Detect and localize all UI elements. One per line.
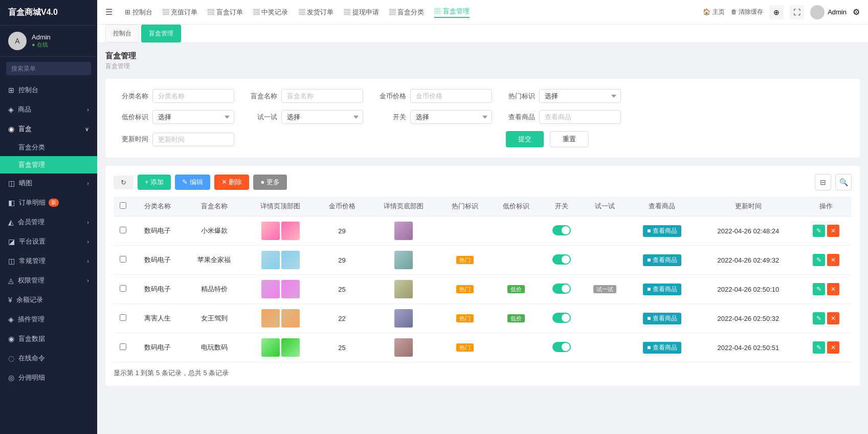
filter-box-name-label: 盲盒名称 <box>247 92 277 101</box>
topbar-home-link[interactable]: 🏠 主页 <box>703 8 724 16</box>
topbar-nav-dashboard[interactable]: ⊞ 控制台 <box>125 8 152 17</box>
td-try: 试一试 <box>582 275 628 304</box>
topbar-nav-winning[interactable]: ▤ 中奖记录 <box>253 8 288 17</box>
filter-try-select[interactable]: 选择 是 否 <box>281 110 363 124</box>
tabs-bar: 控制台 盲盒管理 <box>97 25 868 43</box>
row-checkbox[interactable] <box>120 256 126 263</box>
edit-row-button[interactable]: ✎ <box>813 283 825 295</box>
topbar-avatar <box>810 5 825 19</box>
filter-category-input[interactable] <box>152 89 234 103</box>
topbar-nav-box-manage[interactable]: ▤ 盲盒管理 <box>434 7 470 18</box>
row-checkbox[interactable] <box>120 285 126 292</box>
delete-row-button[interactable]: ✕ <box>827 312 839 324</box>
switch-toggle[interactable] <box>552 225 571 235</box>
filter-gold-input[interactable] <box>410 89 492 103</box>
topbar-admin[interactable]: Admin <box>810 5 847 19</box>
topbar-fullscreen-icon[interactable]: ⛶ <box>790 5 804 19</box>
row-checkbox[interactable] <box>120 343 126 350</box>
filter-hot: 热门标识 选择 是 否 <box>504 89 621 103</box>
topbar-nav-box-order[interactable]: ▤ 盲盒订单 <box>208 8 243 17</box>
sidebar-item-general[interactable]: ◫ 常规管理 › <box>0 251 97 271</box>
sidebar-item-commission[interactable]: ◎ 分佣明细 <box>0 368 97 387</box>
td-actions: ✎ ✕ <box>800 333 852 362</box>
filter-submit-button[interactable]: 提交 <box>506 131 544 147</box>
topbar-copy-icon[interactable]: ⊕ <box>769 5 784 19</box>
add-button[interactable]: + 添加 <box>138 175 171 190</box>
search-icon[interactable]: 🔍 <box>835 174 852 190</box>
edit-row-button[interactable]: ✎ <box>813 225 825 237</box>
sidebar-item-goods[interactable]: ◈ 商品 › <box>0 100 97 119</box>
sidebar-item-box-category[interactable]: 盲盒分类 <box>0 139 97 156</box>
sidebar-item-label: 晒图 <box>19 179 32 188</box>
filter-hot-label: 热门标识 <box>504 92 535 101</box>
delete-row-button[interactable]: ✕ <box>827 283 839 295</box>
tab-box-manage[interactable]: 盲盒管理 <box>141 25 181 42</box>
sidebar-item-plugins[interactable]: ◈ 插件管理 <box>0 310 97 329</box>
td-low: 低价 <box>491 304 542 333</box>
edit-button[interactable]: ✎ 编辑 <box>175 175 210 190</box>
td-hot <box>439 216 491 246</box>
sidebar-item-blindbox[interactable]: ◉ 盲盒 ∨ <box>0 119 97 139</box>
select-all-checkbox[interactable] <box>120 202 126 209</box>
topbar-settings-icon[interactable]: ⚙ <box>853 7 860 17</box>
search-input[interactable] <box>6 62 91 75</box>
td-updated: 2022-04-26 02:49:32 <box>697 246 800 275</box>
view-goods-button[interactable]: ■ 查看商品 <box>643 342 681 354</box>
view-goods-button[interactable]: ■ 查看商品 <box>643 225 681 237</box>
sidebar-item-orders[interactable]: ◧ 订单明细 新 <box>0 193 97 212</box>
switch-toggle[interactable] <box>552 313 571 323</box>
sidebar: 盲盒商城V4.0 A Admin 在线 ⊞ 控制台 ◈ 商品 › ◉ 盲盒 ∨ … <box>0 0 97 434</box>
sidebar-item-members[interactable]: ◭ 会员管理 › <box>0 212 97 232</box>
delete-row-button[interactable]: ✕ <box>827 341 839 354</box>
menu-toggle-icon[interactable]: ☰ <box>105 7 113 17</box>
delete-row-button[interactable]: ✕ <box>827 254 839 266</box>
delete-button[interactable]: ✕ 删除 <box>214 175 250 190</box>
sidebar-item-showcase[interactable]: ◫ 晒图 › <box>0 173 97 193</box>
view-goods-button[interactable]: ■ 查看商品 <box>643 254 681 266</box>
more-button[interactable]: ● 更多 <box>253 175 286 190</box>
view-goods-button[interactable]: ■ 查看商品 <box>643 284 681 295</box>
column-settings-icon[interactable]: ⊟ <box>815 174 831 190</box>
sidebar-item-box-manage[interactable]: 盲盒管理 <box>0 156 97 173</box>
edit-row-button[interactable]: ✎ <box>813 254 825 266</box>
filter-time-input[interactable] <box>152 133 234 146</box>
sidebar-item-dashboard[interactable]: ⊞ 控制台 <box>0 80 97 100</box>
tab-dashboard[interactable]: 控制台 <box>105 25 139 42</box>
filter-hot-select[interactable]: 选择 是 否 <box>539 89 621 103</box>
topbar-nav-recharge[interactable]: ▤ 充值订单 <box>163 8 198 17</box>
filter-low-select[interactable]: 选择 是 否 <box>152 110 234 124</box>
permissions-icon: ◬ <box>8 276 14 285</box>
sidebar-item-box-data[interactable]: ◉ 盲盒数据 <box>0 329 97 349</box>
sidebar-item-platform[interactable]: ◪ 平台设置 › <box>0 232 97 251</box>
td-top-img <box>245 304 316 333</box>
topbar-nav-shipping[interactable]: ▤ 发货订单 <box>299 8 334 17</box>
sidebar-item-permissions[interactable]: ◬ 权限管理 › <box>0 271 97 290</box>
user-status: 在线 <box>32 41 51 49</box>
topbar-clear-cache[interactable]: 🗑 清除缓存 <box>731 8 763 16</box>
filter-switch-select[interactable]: 选择 开 关 <box>410 110 492 124</box>
switch-toggle[interactable] <box>552 284 571 294</box>
refresh-button[interactable]: ↻ <box>114 176 133 189</box>
td-try <box>582 246 628 275</box>
topbar-nav-box-category[interactable]: ▤ 盲盒分类 <box>389 8 425 17</box>
switch-toggle[interactable] <box>552 254 571 265</box>
filter-reset-button[interactable]: 重置 <box>550 131 589 147</box>
sidebar-item-label: 会员管理 <box>18 218 44 227</box>
delete-row-button[interactable]: ✕ <box>827 225 839 237</box>
td-top-img <box>245 246 316 275</box>
row-checkbox[interactable] <box>120 227 126 233</box>
filter-view-goods-input[interactable] <box>539 110 621 124</box>
td-bottom-img <box>368 333 439 362</box>
sidebar-item-online-cmd[interactable]: ◌ 在线命令 <box>0 349 97 368</box>
edit-row-button[interactable]: ✎ <box>813 341 825 354</box>
sidebar-item-balance[interactable]: ¥ 余额记录 <box>0 290 97 310</box>
members-icon: ◭ <box>8 218 14 226</box>
filter-box-name-input[interactable] <box>281 89 363 103</box>
td-view: ■ 查看商品 <box>628 333 696 362</box>
switch-toggle[interactable] <box>552 342 571 352</box>
view-goods-button[interactable]: ■ 查看商品 <box>643 313 681 324</box>
edit-row-button[interactable]: ✎ <box>813 312 825 324</box>
row-checkbox[interactable] <box>120 314 126 321</box>
chevron-right-icon: › <box>87 219 89 225</box>
topbar-nav-withdraw[interactable]: ▤ 提现申请 <box>344 8 379 17</box>
